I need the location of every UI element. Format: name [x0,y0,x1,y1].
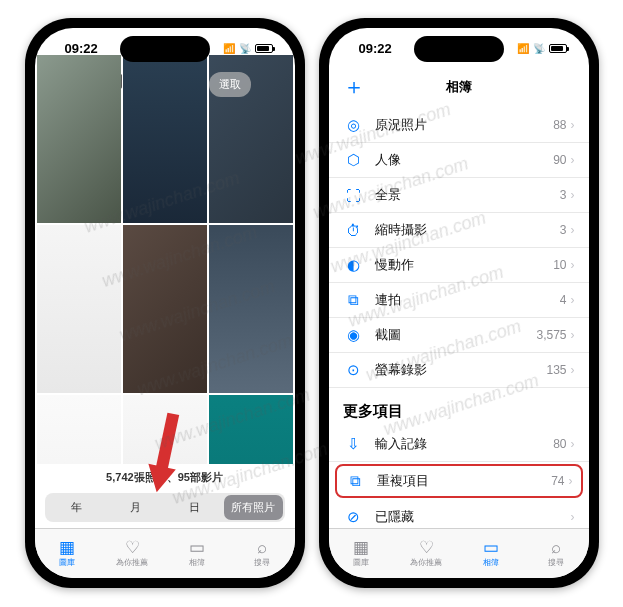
status-time: 09:22 [65,41,98,56]
library-icon: ▦ [59,539,75,556]
screen-left: 09:22 2022年9月21日 選取 ⋯ [35,28,295,578]
row-label: 重複項目 [377,472,552,490]
row-count: 135 [546,363,566,377]
albums-icon: ▭ [189,539,205,556]
wifi-icon [239,42,251,54]
row-icon: ◎ [343,116,365,134]
heart-icon: ♡ [419,539,434,556]
tab-label: 圖庫 [353,557,369,568]
tab-bar: ▦ 圖庫 ♡ 為你推薦 ▭ 相簿 ⌕ 搜尋 [35,528,295,578]
row-count: 90 [553,153,566,167]
tab-label: 為你推薦 [116,557,148,568]
tab-label: 相簿 [483,557,499,568]
row-label: 輸入記錄 [375,435,554,453]
list-row[interactable]: ◎ 原況照片 88 › [329,108,589,143]
chevron-right-icon: › [571,223,575,237]
battery-icon [549,44,567,53]
list-row[interactable]: ⇩ 輸入記錄 80 › [329,427,589,462]
section-more-items: 更多項目 [329,388,589,427]
tab-label: 圖庫 [59,557,75,568]
tab-for-you[interactable]: ♡ 為你推薦 [100,529,165,578]
tab-albums[interactable]: ▭ 相簿 [459,529,524,578]
album-list[interactable]: ◎ 原況照片 88 › ⬡ 人像 90 › ⛶ 全景 3 › ⏱ 縮時攝影 3 … [329,108,589,528]
row-icon: ◐ [343,256,365,274]
row-label: 連拍 [375,291,560,309]
chevron-right-icon: › [571,258,575,272]
list-row[interactable]: ⧉ 連拍 4 › [329,283,589,318]
tab-albums[interactable]: ▭ 相簿 [165,529,230,578]
row-count: 3 [560,223,567,237]
library-icon: ▦ [353,539,369,556]
dynamic-island [120,36,210,62]
dynamic-island [414,36,504,62]
signal-icon [223,42,235,54]
phone-left: 09:22 2022年9月21日 選取 ⋯ [25,18,305,588]
chevron-right-icon: › [571,328,575,342]
albums-icon: ▭ [483,539,499,556]
seg-year[interactable]: 年 [47,495,106,520]
heart-icon: ♡ [125,539,140,556]
row-label: 截圖 [375,326,537,344]
wifi-icon [533,42,545,54]
add-button[interactable]: ＋ [343,72,365,102]
seg-all-photos[interactable]: 所有照片 [224,495,283,520]
status-time: 09:22 [359,41,392,56]
row-icon: ⊘ [343,508,365,526]
row-label: 慢動作 [375,256,554,274]
row-count: 3 [560,188,567,202]
row-icon: ⊙ [343,361,365,379]
search-icon: ⌕ [257,539,267,556]
search-icon: ⌕ [551,539,561,556]
photo-thumb[interactable] [209,395,293,464]
row-label: 全景 [375,186,560,204]
tab-label: 搜尋 [548,557,564,568]
row-label: 螢幕錄影 [375,361,547,379]
screen-right: 09:22 ＋ 相簿 ◎ 原況照片 88 › ⬡ 人像 90 › ⛶ 全景 [329,28,589,578]
row-count: 74 [551,474,564,488]
photo-thumb[interactable] [37,55,121,223]
photo-grid[interactable] [35,55,295,464]
segmented-control[interactable]: 年 月 日 所有照片 [45,493,285,522]
seg-month[interactable]: 月 [106,495,165,520]
row-icon: ⧉ [345,472,367,490]
tab-bar: ▦ 圖庫 ♡ 為你推薦 ▭ 相簿 ⌕ 搜尋 [329,528,589,578]
row-icon: ⬡ [343,151,365,169]
tab-label: 搜尋 [254,557,270,568]
list-row[interactable]: ⧉ 重複項目 74 › [335,464,583,498]
list-row[interactable]: ⏱ 縮時攝影 3 › [329,213,589,248]
list-row[interactable]: ⬡ 人像 90 › [329,143,589,178]
row-icon: ⛶ [343,187,365,204]
photo-thumb[interactable] [123,225,207,393]
row-icon: ⧉ [343,291,365,309]
list-row[interactable]: ◉ 截圖 3,575 › [329,318,589,353]
chevron-right-icon: › [571,510,575,524]
row-count: 10 [553,258,566,272]
tab-library[interactable]: ▦ 圖庫 [35,529,100,578]
chevron-right-icon: › [571,293,575,307]
select-button[interactable]: 選取 [209,72,251,97]
list-row[interactable]: ⛶ 全景 3 › [329,178,589,213]
photo-thumb[interactable] [37,395,121,464]
chevron-right-icon: › [571,437,575,451]
seg-day[interactable]: 日 [165,495,224,520]
list-row[interactable]: ⊙ 螢幕錄影 135 › [329,353,589,388]
battery-icon [255,44,273,53]
row-label: 縮時攝影 [375,221,560,239]
photo-thumb[interactable] [209,225,293,393]
row-icon: ◉ [343,326,365,344]
list-row[interactable]: ◐ 慢動作 10 › [329,248,589,283]
chevron-right-icon: › [569,474,573,488]
row-count: 88 [553,118,566,132]
photo-thumb[interactable] [37,225,121,393]
row-label: 已隱藏 [375,508,567,526]
tab-for-you[interactable]: ♡ 為你推薦 [394,529,459,578]
tab-search[interactable]: ⌕ 搜尋 [230,529,295,578]
tab-library[interactable]: ▦ 圖庫 [329,529,394,578]
header-title: 相簿 [446,78,472,96]
list-row[interactable]: ⊘ 已隱藏 › [329,500,589,528]
tab-label: 為你推薦 [410,557,442,568]
tab-search[interactable]: ⌕ 搜尋 [524,529,589,578]
photo-thumb[interactable] [123,55,207,223]
albums-header: ＋ 相簿 [329,68,589,108]
row-label: 人像 [375,151,554,169]
